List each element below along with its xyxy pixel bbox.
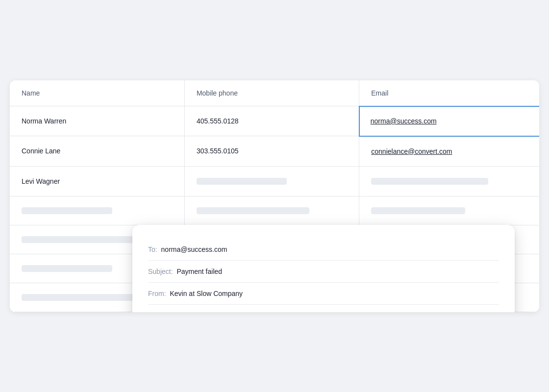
column-header-email: Email — [359, 80, 539, 106]
cell-name: Levi Wagner — [10, 166, 184, 196]
cell-email — [359, 166, 539, 196]
cell-phone: 303.555.0105 — [184, 136, 359, 167]
column-header-name: Name — [10, 80, 184, 106]
popup-from-value: Kevin at Slow Company — [168, 290, 243, 297]
popup-subject-row: Subject: Payment failed — [148, 261, 499, 283]
placeholder-name — [22, 294, 135, 301]
placeholder-email — [371, 207, 465, 214]
popup-subject-label: Subject: — [148, 268, 173, 275]
cell-name: Norma Warren — [10, 106, 184, 136]
email-popup: To: norma@success.com Subject: Payment f… — [132, 225, 515, 312]
popup-to-label: To: — [148, 245, 157, 253]
email-link[interactable]: connielance@convert.com — [371, 147, 452, 155]
popup-to-row: To: norma@success.com — [148, 239, 499, 261]
popup-from-label: From: — [148, 290, 166, 297]
email-link[interactable]: norma@success.com — [371, 117, 437, 125]
placeholder-phone — [197, 178, 287, 185]
placeholder-phone — [197, 207, 310, 214]
cell-phone — [184, 196, 359, 225]
cell-phone — [184, 166, 359, 196]
cell-name — [10, 196, 184, 225]
table-row — [10, 196, 539, 225]
placeholder-email — [371, 178, 488, 185]
cell-email[interactable]: norma@success.com — [359, 106, 539, 136]
popup-body: Hi Norma, I'm sorry to bother, but it se… — [148, 305, 499, 312]
table-row: Levi Wagner — [10, 166, 539, 196]
cell-phone: 405.555.0128 — [184, 106, 359, 136]
placeholder-name — [22, 236, 135, 243]
placeholder-name — [22, 207, 112, 214]
popup-from-row: From: Kevin at Slow Company — [148, 283, 499, 305]
placeholder-name — [22, 265, 112, 272]
cell-name: Connie Lane — [10, 136, 184, 167]
popup-to-value: norma@success.com — [159, 245, 227, 253]
column-header-phone: Mobile phone — [184, 80, 359, 106]
popup-subject-value: Payment failed — [175, 268, 223, 275]
cell-email — [359, 196, 539, 225]
table-row: Connie Lane 303.555.0105 connielance@con… — [10, 136, 539, 167]
table-row: Norma Warren 405.555.0128 norma@success.… — [10, 106, 539, 136]
cell-email[interactable]: connielance@convert.com — [359, 136, 539, 167]
